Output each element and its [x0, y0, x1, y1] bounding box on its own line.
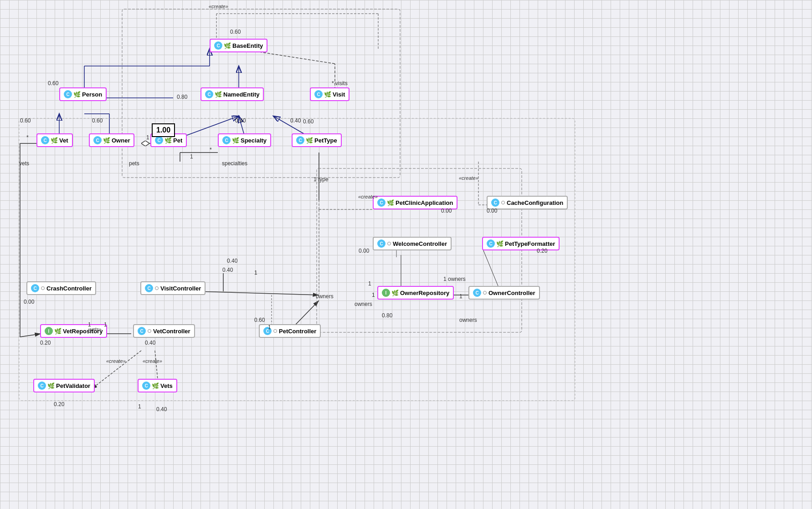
icon-c-owner-ctrl: C: [473, 289, 481, 297]
label-00-4: 0.00: [24, 299, 34, 305]
icon-i-owner-repo: I: [382, 289, 390, 297]
label-020-3: 0.20: [54, 401, 64, 407]
label-pet: Pet: [173, 137, 182, 144]
label-pet-clinic-app: PetClinicApplication: [396, 199, 453, 206]
label-080: 0.80: [382, 312, 392, 319]
svg-line-32: [91, 351, 141, 389]
node-pet-validator: C 🌿 PetValidator: [33, 379, 95, 392]
icon-leaf-pet-validator: 🌿: [48, 382, 54, 389]
icon-leaf-pet-type-formatter: 🌿: [497, 240, 503, 247]
label-base-entity: BaseEntity: [232, 42, 263, 49]
icon-c-crash-ctrl: C: [31, 284, 39, 292]
svg-line-28: [196, 291, 319, 295]
icon-c-pet-type-formatter: C: [487, 239, 495, 248]
label-vets: vets: [19, 160, 29, 167]
label-owner: Owner: [112, 137, 130, 144]
icon-leaf-vet: 🌿: [51, 137, 57, 143]
node-pet-type-formatter: C 🌿 PetTypeFormatter: [482, 237, 560, 250]
label-1: 0.60: [48, 80, 58, 87]
icon-c-vet-ctrl: C: [138, 327, 146, 335]
icon-leaf-cache-config: [501, 201, 505, 204]
label-00-1: 0.00: [441, 208, 452, 214]
icon-leaf-specialty: 🌿: [232, 137, 239, 143]
label-1a: 1: [254, 270, 257, 276]
icon-c-cache-config: C: [491, 199, 499, 207]
label-vet-ctrl: VetController: [153, 328, 190, 335]
icon-c-vet: C: [41, 136, 49, 144]
node-specialty: C 🌿 Specialty: [218, 133, 271, 147]
icon-leaf-vet-repo: 🌿: [55, 328, 61, 334]
label-specialty: Specialty: [241, 137, 267, 144]
icon-leaf-vets: 🌿: [152, 382, 159, 389]
label-owner-repo: OwnerRepository: [400, 290, 449, 296]
label-cache-config: CacheConfiguration: [507, 199, 563, 206]
label-040-3: 0.40: [156, 406, 167, 412]
icon-leaf-pet-type: 🌿: [306, 137, 313, 143]
node-visit-ctrl: C VisitController: [140, 281, 206, 295]
label-pet-ctrl: PetController: [279, 328, 316, 335]
label-vets: Vets: [160, 382, 173, 389]
icon-c-owner: C: [93, 136, 102, 144]
label-8: *: [26, 134, 29, 141]
node-welcome-ctrl: C WelcomeController: [373, 237, 452, 250]
label-00-3: 0.00: [359, 248, 369, 254]
node-base-entity: C 🌿 BaseEntity: [210, 39, 267, 52]
label-visit: Visit: [333, 91, 345, 98]
label-owner-ctrl: OwnerController: [488, 290, 535, 296]
label-1h: 1: [372, 292, 375, 298]
icon-leaf-owner-ctrl: [483, 291, 487, 295]
svg-rect-37: [19, 118, 575, 401]
node-vets: C 🌿 Vets: [138, 379, 177, 392]
label-create-4: «create»: [143, 358, 162, 364]
node-owner: C 🌿 Owner: [89, 133, 134, 147]
label-0: 0.60: [230, 29, 241, 35]
label-pet-type: PetType: [314, 137, 337, 144]
icon-leaf-pet: 🌿: [165, 137, 171, 143]
label-pet-type-formatter: PetTypeFormatter: [505, 240, 555, 247]
label-vet: Vet: [59, 137, 68, 144]
icon-leaf-owner-repo: 🌿: [392, 290, 398, 296]
label-visits: * visits: [332, 80, 348, 87]
icon-leaf-owner: 🌿: [103, 137, 110, 143]
icon-leaf-pet-clinic-app: 🌿: [387, 199, 394, 206]
node-crash-ctrl: C CrashController: [26, 281, 96, 295]
icon-leaf-welcome-ctrl: [387, 242, 391, 245]
label-6: 0.40: [235, 117, 246, 124]
label-1g: 1: [138, 403, 141, 410]
icon-leaf-named-entity: 🌿: [215, 91, 221, 97]
label-owners-1: owners: [316, 293, 334, 300]
highlight-box: 1.00: [152, 123, 175, 137]
node-cache-config: C CacheConfiguration: [487, 196, 568, 209]
label-040-2: 0.40: [145, 340, 155, 346]
label-create-1: «create»: [358, 194, 378, 199]
icon-c-pet-type: C: [296, 136, 304, 144]
label-welcome-ctrl: WelcomeController: [393, 240, 447, 247]
node-vet: C 🌿 Vet: [36, 133, 73, 147]
icon-c-person: C: [64, 90, 72, 98]
icon-leaf-visit-ctrl: [155, 286, 159, 290]
icon-leaf-base-entity: 🌿: [224, 42, 231, 49]
icon-leaf-person: 🌿: [74, 91, 80, 97]
label-020-2: 0.20: [40, 340, 51, 346]
node-person: C 🌿 Person: [59, 87, 107, 101]
label-7: 0.40: [290, 117, 301, 124]
label-3: 0.60: [303, 118, 313, 125]
label-040-1: 0.40: [227, 258, 237, 264]
icon-c-specialty: C: [222, 136, 231, 144]
node-owner-ctrl: C OwnerController: [468, 286, 540, 300]
icon-leaf-crash-ctrl: [41, 286, 45, 290]
icon-c-visit: C: [314, 90, 323, 98]
label-pet-validator: PetValidator: [56, 382, 90, 389]
node-pet-type: C 🌿 PetType: [292, 133, 342, 147]
label-1c: 1: [459, 293, 463, 300]
label-1f: 1: [104, 321, 107, 328]
label-create-3: «create»: [106, 358, 126, 364]
label-040-4: 0.40: [222, 267, 233, 273]
label-020-1: 0.20: [537, 248, 547, 254]
label-specialties: specialties: [222, 160, 247, 167]
node-visit: C 🌿 Visit: [310, 87, 349, 101]
svg-line-39: [20, 334, 41, 337]
icon-leaf-visit: 🌿: [324, 91, 331, 97]
label-person: Person: [82, 91, 102, 98]
icon-c-vets: C: [142, 382, 150, 390]
